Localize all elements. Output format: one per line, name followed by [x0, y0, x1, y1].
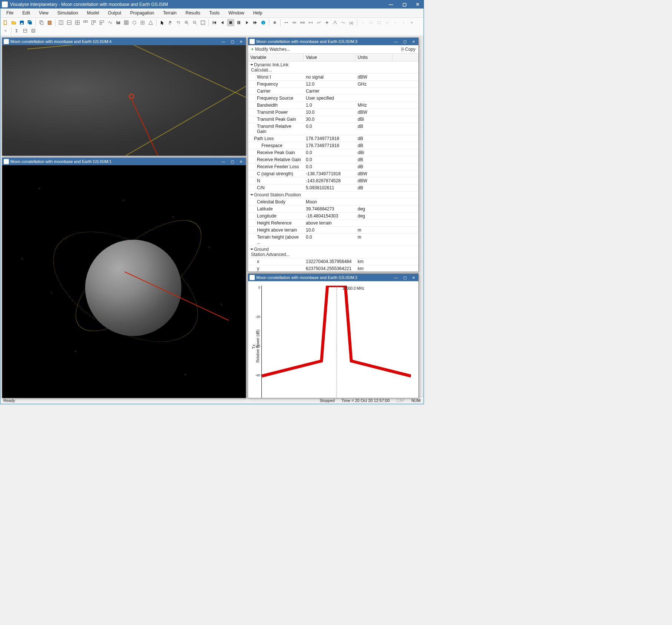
grid7-icon[interactable] — [106, 19, 114, 26]
tool-b2-icon[interactable] — [367, 19, 375, 26]
sub-window-1[interactable]: Moon constellation with moonbase and Ear… — [2, 157, 246, 398]
tool10-icon[interactable] — [139, 19, 146, 26]
tool-b5-icon[interactable] — [392, 19, 399, 26]
watch-row[interactable]: Height above terrain10.0m — [248, 227, 418, 234]
watch-row[interactable]: Receive Peak Gain0.0dBi — [248, 149, 418, 156]
modify-watches-button[interactable]: Modify Watches... — [255, 47, 290, 52]
tool-a6-icon[interactable] — [331, 19, 339, 26]
grid8-icon[interactable] — [114, 19, 122, 26]
stop-icon[interactable] — [227, 19, 234, 26]
watch-row[interactable]: Transmit Power10.0dBW — [248, 109, 418, 116]
watch-row[interactable]: Path Loss178.7349771918dB — [248, 135, 418, 142]
menu-terrain[interactable]: Terrain — [159, 9, 180, 17]
tx-chart[interactable]: 0-20-40-60-80 12000.0 MHz — [261, 286, 411, 398]
watch-group[interactable]: Dynamic link.Link Calculati... — [248, 61, 418, 74]
tool-a7-icon[interactable] — [340, 19, 347, 26]
save-icon[interactable] — [18, 19, 26, 26]
first-icon[interactable] — [211, 19, 218, 26]
watch-row[interactable]: N-143.8287874528dBW — [248, 177, 418, 184]
grid4-icon[interactable] — [82, 19, 89, 26]
watch-row[interactable]: CarrierCarrier — [248, 88, 418, 95]
sub1-close[interactable]: ✕ — [238, 159, 244, 164]
tool-c2-icon[interactable] — [30, 27, 37, 34]
sub1-min[interactable]: — — [220, 159, 227, 164]
grid3-icon[interactable] — [74, 19, 81, 26]
zoom-fit-icon[interactable] — [199, 19, 207, 26]
maximize-button[interactable]: ▢ — [400, 1, 409, 7]
watch-row[interactable]: Longitude-16.4804154303deg — [248, 213, 418, 220]
sub-window-2[interactable]: Moon constellation with moonbase and Ear… — [248, 273, 419, 398]
watch-group[interactable]: Ground Station.Advanced... — [248, 246, 418, 258]
sub2-min[interactable]: — — [392, 275, 399, 280]
watch-row[interactable]: Terrain height (above ...0.0m — [248, 234, 418, 246]
sub4-max[interactable]: ▢ — [229, 39, 235, 44]
copy-icon[interactable] — [38, 19, 45, 26]
table-icon[interactable] — [123, 19, 130, 26]
sub4-min[interactable]: — — [220, 39, 227, 44]
watch-row[interactable]: Receive Relative Gain0.0dB — [248, 156, 418, 163]
hand-icon[interactable] — [167, 19, 174, 26]
grid1-icon[interactable] — [57, 19, 65, 26]
close-button[interactable]: ✕ — [413, 1, 422, 7]
tool11-icon[interactable] — [147, 19, 154, 26]
rotate-icon[interactable] — [175, 19, 182, 26]
menu-propagation[interactable]: Propagation — [127, 9, 158, 17]
tool-b1-icon[interactable] — [359, 19, 367, 26]
ff-icon[interactable] — [251, 19, 259, 26]
menu-results[interactable]: Results — [182, 9, 204, 17]
sub-window-4[interactable]: Moon constellation with moonbase and Ear… — [2, 37, 246, 156]
grid6-icon[interactable] — [98, 19, 106, 26]
menu-edit[interactable]: Edit — [19, 9, 34, 17]
sub3-min[interactable]: — — [392, 39, 399, 44]
sub2-max[interactable]: ▢ — [401, 275, 408, 280]
copy-button[interactable]: ⎘ Copy — [401, 47, 415, 52]
tool-a5-icon[interactable] — [323, 19, 331, 26]
tool-b7-icon[interactable] — [408, 19, 415, 26]
tool-b4-icon[interactable] — [384, 19, 391, 26]
menu-simulation[interactable]: Simulation — [54, 9, 82, 17]
pointer-icon[interactable] — [158, 19, 166, 26]
col-value[interactable]: Value — [304, 54, 355, 61]
sigma-icon[interactable]: Σ — [13, 27, 21, 34]
watch-row[interactable]: Transmit Relative Gain0.0dB — [248, 123, 418, 135]
menu-file[interactable]: File — [3, 9, 17, 17]
menu-output[interactable]: Output — [104, 9, 125, 17]
minimize-button[interactable]: — — [387, 1, 395, 7]
fx-icon[interactable]: (x) — [348, 19, 355, 26]
watch-group[interactable]: Ground Station.Position — [248, 192, 418, 199]
watch-row[interactable]: Latitude39.746884273deg — [248, 206, 418, 213]
grid2-icon[interactable] — [66, 19, 73, 26]
menu-tools[interactable]: Tools — [205, 9, 223, 17]
space-3d-view[interactable] — [2, 165, 246, 398]
tool-b6-icon[interactable] — [400, 19, 407, 26]
sub1-max[interactable]: ▢ — [229, 159, 235, 164]
sub2-close[interactable]: ✕ — [410, 275, 417, 280]
watch-row[interactable]: Worst Ino signaldBW — [248, 74, 418, 81]
new-file-icon[interactable] — [2, 19, 9, 26]
play-icon[interactable] — [243, 19, 251, 26]
prev-icon[interactable] — [219, 19, 226, 26]
tool-b3-icon[interactable] — [375, 19, 383, 26]
pause-icon[interactable] — [235, 19, 243, 26]
grid5-icon[interactable] — [90, 19, 97, 26]
watch-row[interactable]: Receive Feeder Loss0.0dB — [248, 163, 418, 170]
sub3-close[interactable]: ✕ — [410, 39, 417, 44]
watch-row[interactable]: Celestial BodyMoon — [248, 199, 418, 206]
watch-row[interactable]: y62375034.2555364221km — [248, 265, 418, 272]
watch-row[interactable]: C/N5.0938102611dB — [248, 184, 418, 192]
sub3-max[interactable]: ▢ — [401, 39, 408, 44]
tool-a4-icon[interactable] — [315, 19, 322, 26]
watch-row[interactable]: Height Referenceabove terrain — [248, 220, 418, 227]
save-all-icon[interactable] — [26, 19, 34, 26]
tool9-icon[interactable] — [131, 19, 138, 26]
tool-a2-icon[interactable] — [299, 19, 306, 26]
sub-window-3[interactable]: Moon constellation with moonbase and Ear… — [248, 37, 419, 272]
watch-row[interactable]: Transmit Peak Gain30.0dBi — [248, 116, 418, 123]
moon-surface-view[interactable] — [2, 45, 246, 156]
watch-row[interactable]: Frequency SourceUser specified — [248, 95, 418, 102]
open-file-icon[interactable] — [10, 19, 17, 26]
link-icon[interactable] — [282, 19, 290, 26]
menu-window[interactable]: Window — [225, 9, 248, 17]
paste-icon[interactable] — [46, 19, 53, 26]
watch-row[interactable]: C (signal strength)-138.7349771918dBW — [248, 170, 418, 177]
